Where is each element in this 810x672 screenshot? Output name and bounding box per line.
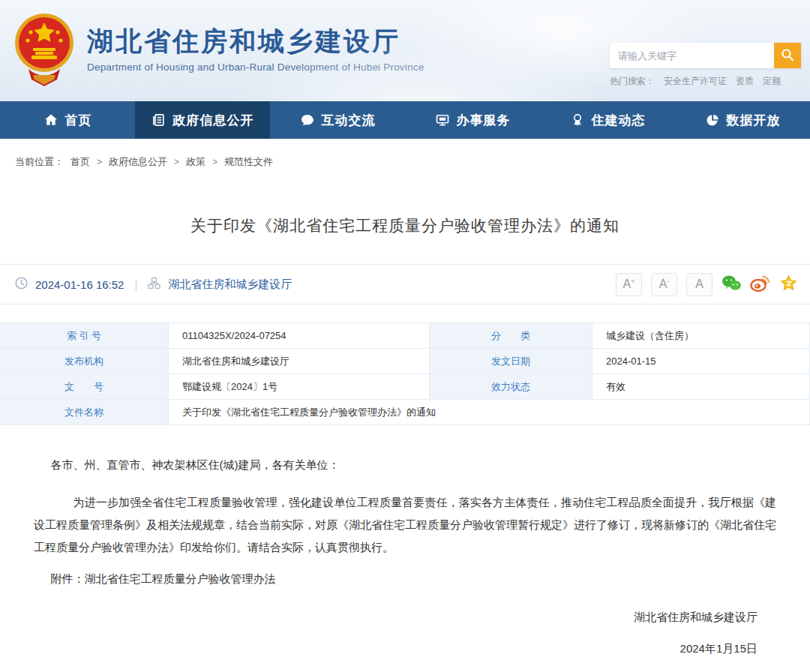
document-icon xyxy=(152,112,166,128)
info-value-doc-no: 鄂建设规〔2024〕1号 xyxy=(169,374,430,400)
nav-label: 数据开放 xyxy=(727,112,781,129)
hot-search-label: 热门搜索： xyxy=(610,75,655,88)
site-title: 湖北省住房和城乡建设厅 xyxy=(87,26,424,57)
hot-search-item-2[interactable]: 资质 xyxy=(736,75,754,88)
search-icon xyxy=(781,48,794,64)
font-reset-button[interactable]: A xyxy=(686,273,712,296)
meta-divider: | xyxy=(134,278,137,291)
breadcrumb-separator: > xyxy=(97,157,102,167)
nav-label: 办事服务 xyxy=(457,112,511,129)
article-title: 关于印发《湖北省住宅工程质量分户验收管理办法》的通知 xyxy=(0,215,810,236)
hot-search-item-3[interactable]: 定额 xyxy=(763,75,781,88)
info-label-publisher: 发布机构 xyxy=(0,349,169,374)
info-value-issue-date: 2024-01-15 xyxy=(592,349,810,374)
favorite-share-button[interactable] xyxy=(778,274,798,294)
breadcrumb-separator: > xyxy=(212,157,218,167)
wechat-share-button[interactable] xyxy=(722,274,741,294)
chat-icon xyxy=(300,112,315,128)
breadcrumb-separator: > xyxy=(174,157,179,167)
source-link[interactable]: 湖北省住房和城乡建设厅 xyxy=(168,278,292,292)
org-icon xyxy=(148,277,160,292)
nav-item-services[interactable]: 办事服务 xyxy=(405,101,540,139)
nav-item-open-data[interactable]: 数据开放 xyxy=(675,101,810,139)
document-body: 各市、州、直管市、神农架林区住(城)建局，各有关单位： 为进一步加强全省住宅工程… xyxy=(0,454,810,659)
body-paragraph: 为进一步加强全省住宅工程质量验收管理，强化建设单位工程质量首要责任，落实各方主体… xyxy=(34,491,776,559)
nav-item-home[interactable]: 首页 xyxy=(0,101,135,139)
article-meta-bar: 2024-01-16 16:52 | 湖北省住房和城乡建设厅 A+ A- A xyxy=(0,264,810,304)
breadcrumb-label: 当前位置： xyxy=(15,155,64,169)
info-label-category: 分 类 xyxy=(430,323,592,349)
breadcrumb-item-gov-info[interactable]: 政府信息公开 xyxy=(109,155,167,169)
info-label-doc-no: 文 号 xyxy=(0,374,169,400)
info-value-doc-name: 关于印发《湖北省住宅工程质量分户验收管理办法》的通知 xyxy=(169,400,810,425)
hot-search-item-1[interactable]: 安全生产许可证 xyxy=(664,75,727,88)
info-value-publisher: 湖北省住房和城乡建设厅 xyxy=(169,349,430,374)
info-value-index-no: 01104325X/2024-07254 xyxy=(169,323,430,349)
breadcrumb-item-home[interactable]: 首页 xyxy=(70,155,90,169)
info-label-validity: 效力状态 xyxy=(430,374,592,400)
document-info-table: 索 引 号 01104325X/2024-07254 分 类 城乡建设（含住房）… xyxy=(0,322,810,425)
weibo-icon xyxy=(750,274,770,295)
breadcrumb-item-policy[interactable]: 政策 xyxy=(186,155,206,169)
monitor-icon xyxy=(435,112,450,128)
national-emblem-logo xyxy=(14,12,75,90)
publish-datetime: 2024-01-16 16:52 xyxy=(35,278,124,291)
search-button[interactable] xyxy=(774,43,801,68)
info-label-issue-date: 发文日期 xyxy=(430,349,592,374)
breadcrumb: 当前位置： 首页 > 政府信息公开 > 政策 > 规范性文件 xyxy=(0,139,810,169)
breadcrumb-item-normative-docs[interactable]: 规范性文件 xyxy=(224,155,273,169)
nav-label: 互动交流 xyxy=(322,112,376,129)
search-input[interactable] xyxy=(610,43,774,68)
nav-item-interaction[interactable]: 互动交流 xyxy=(270,101,405,139)
info-value-category: 城乡建设（含住房） xyxy=(592,323,810,349)
nav-item-gov-info[interactable]: 政府信息公开 xyxy=(135,101,270,139)
salutation: 各市、州、直管市、神农架林区住(城)建局，各有关单位： xyxy=(34,454,776,476)
medal-icon xyxy=(570,112,585,128)
info-value-validity: 有效 xyxy=(592,374,810,400)
weibo-share-button[interactable] xyxy=(750,274,770,294)
signature-date: 2024年1月15日 xyxy=(34,638,776,659)
site-header: 湖北省住房和城乡建设厅 Department of Housing and Ur… xyxy=(0,0,810,101)
wechat-icon xyxy=(722,274,742,295)
site-subtitle: Department of Housing and Urban-Rural De… xyxy=(87,62,424,73)
font-larger-button[interactable]: A+ xyxy=(616,273,642,296)
home-icon xyxy=(44,112,58,128)
clock-icon xyxy=(15,277,28,292)
nav-item-news[interactable]: 住建动态 xyxy=(540,101,675,139)
nav-label: 住建动态 xyxy=(592,112,646,129)
signature-org: 湖北省住房和城乡建设厅 xyxy=(34,607,776,628)
font-smaller-button[interactable]: A- xyxy=(651,273,677,296)
info-label-index-no: 索 引 号 xyxy=(0,323,169,349)
main-nav: 首页 政府信息公开 互动交流 办事服务 住建动态 数据开放 xyxy=(0,101,810,139)
nav-label: 政府信息公开 xyxy=(173,112,254,129)
star-icon xyxy=(779,274,798,295)
nav-label: 首页 xyxy=(65,112,92,129)
info-label-doc-name: 文件名称 xyxy=(0,400,169,425)
attachment-line: 附件：湖北省住宅工程质量分户验收管理办法 xyxy=(34,568,776,590)
search-area: 热门搜索： 安全生产许可证 资质 定额 xyxy=(610,43,801,88)
pie-chart-icon xyxy=(705,112,720,128)
